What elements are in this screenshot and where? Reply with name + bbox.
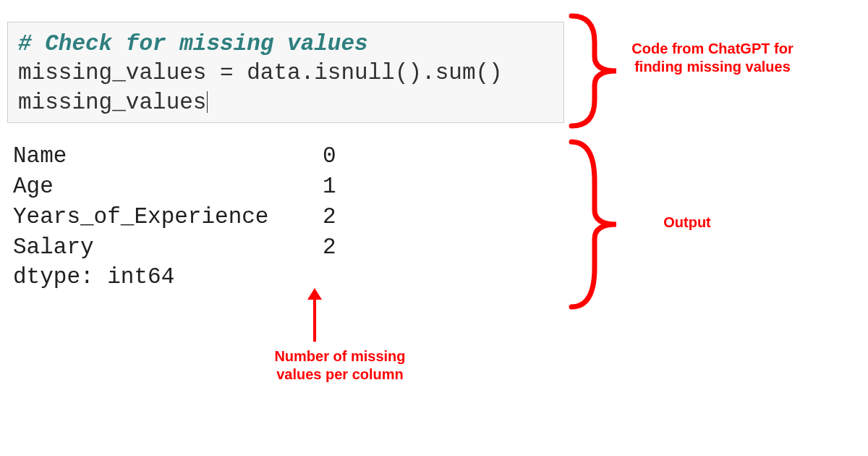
output-pad <box>54 174 323 199</box>
code-line-2: missing_values <box>18 88 553 117</box>
output-value: 1 <box>323 174 336 199</box>
output-pad <box>268 204 322 229</box>
output-label: Salary <box>13 235 94 260</box>
annotation-missing: Number of missing values per column <box>260 347 420 384</box>
output-label: Years_of_Experience <box>13 204 268 229</box>
output-block: Name 0 Age 1 Years_of_Experience 2 Salar… <box>13 141 336 292</box>
output-dtype: dtype: int64 <box>13 262 336 292</box>
brace-icon <box>566 13 624 129</box>
text-cursor <box>207 91 208 113</box>
output-row: Age 1 <box>13 172 336 202</box>
output-label: Name <box>13 143 67 169</box>
output-value: 2 <box>323 235 336 260</box>
brace-icon <box>566 138 624 311</box>
code-comment: # Check for missing values <box>18 30 553 59</box>
output-pad <box>94 235 323 260</box>
output-pad <box>67 143 322 169</box>
annotation-code: Code from ChatGPT for finding missing va… <box>629 40 796 76</box>
output-label: Age <box>13 174 54 199</box>
code-line-2-text: missing_values <box>18 90 206 115</box>
output-value: 0 <box>323 143 336 169</box>
output-row: Years_of_Experience 2 <box>13 202 336 232</box>
annotation-output: Output <box>629 214 745 232</box>
code-line-1: missing_values = data.isnull().sum() <box>18 59 553 88</box>
code-cell[interactable]: # Check for missing values missing_value… <box>7 22 564 123</box>
output-row: Name 0 <box>13 141 336 172</box>
output-value: 2 <box>323 204 336 229</box>
output-row: Salary 2 <box>13 232 336 263</box>
arrow-up-icon <box>313 298 316 342</box>
